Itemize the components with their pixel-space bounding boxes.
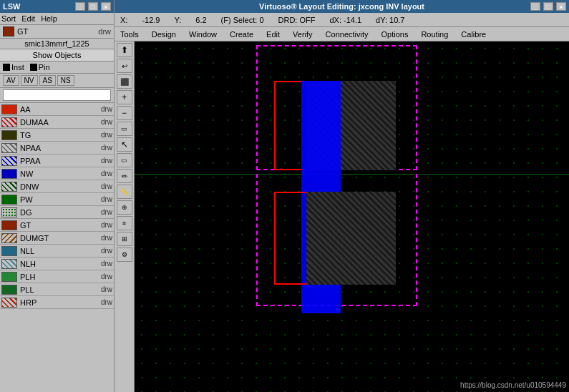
menu-calibre[interactable]: Calibre [458,30,489,39]
menu-connectivity[interactable]: Connectivity [323,30,371,39]
layer-item[interactable]: PWdrw [0,193,114,206]
tool-select-rect[interactable]: ▭ [117,122,132,136]
selected-layer-type: drw [98,27,111,36]
layer-name: DUMAA [20,118,91,127]
lsw-edit-menu[interactable]: Edit [21,14,35,23]
layer-swatch [1,246,17,256]
inst-label: Inst [11,63,24,72]
layer-item[interactable]: NLLdrw [0,245,114,258]
filter-nv[interactable]: NV [21,75,38,86]
x-label: X: [120,16,127,24]
show-objects-button[interactable]: Show Objects [0,49,114,62]
lsw-menu: Sort Edit Help [0,13,114,25]
layer-item[interactable]: AAdrw [0,103,114,116]
layer-type: drw [92,208,112,216]
layer-type: drw [92,195,112,203]
menu-create[interactable]: Create [227,30,256,39]
lsw-panel: LSW _ □ × Sort Edit Help GT drw smic13mm… [0,0,115,392]
layer-swatch [1,117,17,127]
layer-item[interactable]: DUMGTdrw [0,232,114,245]
menu-routing[interactable]: Routing [418,30,451,39]
layer-item[interactable]: PLLdrw [0,283,114,296]
layer-name: NW [20,170,91,178]
tool-arrow[interactable]: ⬆ [117,43,132,57]
layer-item[interactable]: NWdrw [0,167,114,180]
main-minimize-btn[interactable]: _ [530,2,540,11]
menu-verify[interactable]: Verify [290,30,316,39]
layer-swatch [1,130,17,140]
tool-hierarchy[interactable]: ⊞ [117,232,132,246]
layer-item[interactable]: TGdrw [0,129,114,142]
layer-name: DG [20,208,91,217]
tool-ruler[interactable]: 📏 [117,185,132,199]
coords-bar: X: -12.9 Y: 6.2 (F) Select: 0 DRD: OFF d… [115,13,569,27]
layer-name: PLH [20,273,91,281]
tool-zoom-in[interactable]: + [117,90,132,104]
inst-checkbox-group[interactable]: Inst [3,63,24,72]
layer-type: drw [92,170,112,177]
main-close-btn[interactable]: × [556,2,566,11]
tool-pointer[interactable]: ↖ [117,137,132,152]
layer-swatch [1,220,17,230]
layer-item[interactable]: HRPdrw [0,296,114,309]
tool-settings[interactable]: ⚙ [117,248,132,262]
menu-design[interactable]: Design [149,30,179,39]
tool-fit[interactable]: ↩ [117,59,132,73]
layer-item[interactable]: PPAAdrw [0,155,114,167]
pin-checkbox-group[interactable]: Pin [30,63,50,72]
lsw-title: LSW [3,2,20,11]
tool-zoom-out[interactable]: − [117,106,132,120]
layer-type: drw [92,298,112,306]
tool-layers[interactable]: ≡ [117,216,132,230]
layer-type: drw [92,182,112,190]
layer-item[interactable]: GTdrw [0,219,114,232]
layer-item[interactable]: DGdrw [0,206,114,219]
tool-zoom-area[interactable]: ⬛ [117,74,132,89]
pin-swatch [30,64,37,71]
lsw-help-menu[interactable]: Help [41,14,57,23]
layer-name: TG [20,131,91,139]
layer-swatch [1,156,17,166]
layer-type: drw [92,221,112,229]
layer-item[interactable]: DUMAAdrw [0,116,114,129]
layer-name: DNW [20,182,91,191]
layer-item[interactable]: PLHdrw [0,270,114,283]
layer-name: DUMGT [20,234,91,242]
menu-window[interactable]: Window [186,30,220,39]
main-maximize-btn[interactable]: □ [543,2,553,11]
filter-av[interactable]: AV [3,75,19,86]
filter-as[interactable]: AS [39,75,56,86]
layer-search-input[interactable] [3,89,111,101]
lsw-close-btn[interactable]: × [101,2,111,11]
menu-options[interactable]: Options [379,30,412,39]
layer-item[interactable]: NPAAdrw [0,142,114,155]
tool-add-pin[interactable]: ⊕ [117,200,132,215]
main-title: Virtuoso® Layout Editing: jxcong INV lay… [259,2,424,11]
layer-item[interactable]: NLHdrw [0,258,114,270]
layer-name: HRP [20,298,91,307]
layer-swatch [1,233,17,243]
canvas-area: ⬆ ↩ ⬛ + − ▭ ↖ ▭ ✏ 📏 ⊕ ≡ ⊞ ⚙ [115,41,569,392]
toolbar-left: ⬆ ↩ ⬛ + − ▭ ↖ ▭ ✏ 📏 ⊕ ≡ ⊞ ⚙ [115,41,135,392]
lsw-minimize-btn[interactable]: _ [75,2,85,11]
f-select: (F) Select: 0 [221,16,264,24]
canvas[interactable]: https://blog.csdn.net/u010594449 [135,41,569,392]
tool-pencil[interactable]: ✏ [117,169,132,183]
layer-type: drw [92,118,112,126]
lsw-selected-layer[interactable]: GT drw [0,25,114,39]
lsw-maximize-btn[interactable]: □ [88,2,98,11]
layer-swatch [1,207,17,217]
layer-type: drw [92,273,112,280]
layer-name: NLL [20,247,91,255]
lsw-sort-menu[interactable]: Sort [1,14,16,23]
menu-tools[interactable]: Tools [117,30,142,39]
filter-ns[interactable]: NS [57,75,74,86]
tool-draw-rect[interactable]: ▭ [117,153,132,167]
menu-edit[interactable]: Edit [263,30,283,39]
lsw-window-controls: _ □ × [74,2,111,11]
y-label: Y: [174,16,181,24]
hatch-rect-bottom [306,192,396,285]
layer-swatch [1,285,17,295]
layer-item[interactable]: DNWdrw [0,180,114,193]
layer-type: drw [92,285,112,293]
